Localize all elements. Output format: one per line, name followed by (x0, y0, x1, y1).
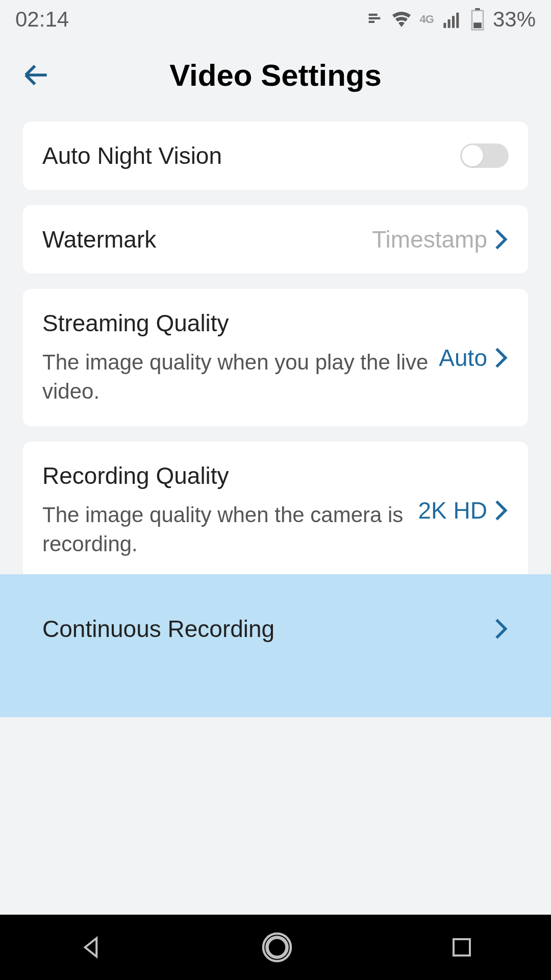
chevron-right-icon (493, 618, 509, 640)
row-continuous-recording[interactable]: Continuous Recording (23, 595, 528, 663)
chevron-right-icon (493, 228, 509, 251)
value-streaming-quality: Auto (439, 344, 487, 372)
value-recording-quality: 2K HD (418, 497, 487, 524)
chevron-right-icon (493, 499, 509, 522)
status-time: 02:14 (15, 7, 69, 32)
signal-icon (442, 9, 462, 30)
label-watermark: Watermark (42, 226, 156, 253)
toggle-knob (462, 145, 483, 166)
svg-rect-5 (454, 939, 470, 955)
page-title: Video Settings (169, 58, 382, 93)
toggle-auto-night-vision[interactable] (460, 143, 509, 168)
nav-home-icon[interactable] (259, 929, 295, 966)
system-nav-bar (0, 915, 551, 980)
battery-icon (470, 8, 485, 31)
label-continuous-recording: Continuous Recording (42, 615, 274, 643)
back-arrow-icon[interactable] (20, 59, 52, 91)
svg-rect-2 (473, 22, 482, 28)
svg-point-4 (267, 938, 287, 958)
label-recording-quality: Recording Quality (42, 462, 418, 489)
chevron-right-icon (493, 347, 509, 369)
wifi-icon (391, 9, 412, 30)
label-streaming-quality: Streaming Quality (42, 309, 439, 337)
nav-recent-icon[interactable] (449, 935, 474, 960)
status-bar: 02:14 4G 33% (0, 0, 551, 39)
label-auto-night-vision: Auto Night Vision (42, 142, 222, 169)
row-auto-night-vision[interactable]: Auto Night Vision (23, 121, 528, 190)
status-icons: 4G 33% (366, 7, 536, 32)
battery-percent: 33% (493, 7, 536, 32)
sim-icon (366, 11, 383, 28)
network-type-label: 4G (420, 13, 434, 26)
desc-streaming-quality: The image quality when you play the live… (42, 348, 439, 406)
desc-recording-quality: The image quality when the camera is rec… (42, 501, 418, 558)
row-watermark[interactable]: Watermark Timestamp (23, 205, 528, 274)
page-header: Video Settings (0, 39, 551, 121)
nav-back-icon[interactable] (77, 934, 105, 961)
row-streaming-quality[interactable]: Streaming Quality The image quality when… (23, 289, 528, 426)
row-recording-quality[interactable]: Recording Quality The image quality when… (23, 442, 528, 579)
highlight-region: Continuous Recording (0, 595, 551, 663)
value-watermark: Timestamp (372, 226, 487, 253)
